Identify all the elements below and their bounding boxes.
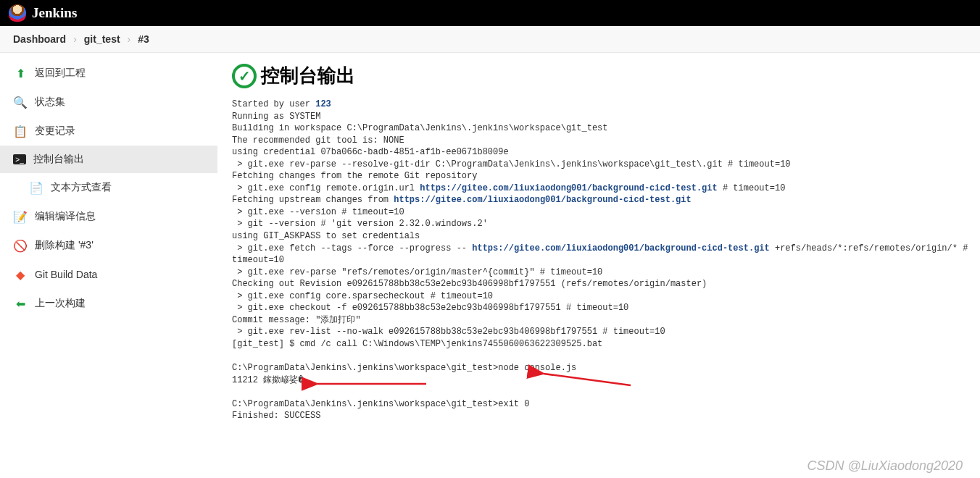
success-check-icon: ✓ [232, 64, 257, 88]
sidebar-item-label: Git Build Data [35, 269, 97, 280]
sidebar-item-edit-build-info[interactable]: 📝 编辑编译信息 [0, 202, 217, 231]
chevron-right-icon: › [73, 33, 77, 45]
git-url-link[interactable]: https://gitee.com/liuxiaodong001/backgro… [394, 195, 691, 205]
content-area: ✓ 控制台输出 Started by user 123 Running as S… [217, 53, 980, 422]
breadcrumb-build[interactable]: #3 [138, 33, 149, 45]
sidebar-item-label: 删除构建 '#3' [35, 239, 94, 252]
top-header: Jenkins [0, 0, 980, 26]
sidebar-item-label: 状态集 [35, 96, 65, 109]
page-heading: 控制台输出 [261, 63, 355, 88]
product-name: Jenkins [32, 5, 77, 21]
breadcrumb-dashboard[interactable]: Dashboard [13, 33, 66, 45]
git-icon: ◆ [13, 267, 28, 282]
git-url-link[interactable]: https://gitee.com/liuxiaodong001/backgro… [420, 183, 717, 193]
jenkins-butler-icon [9, 4, 26, 22]
arrow-left-icon: ⬅ [13, 296, 28, 311]
breadcrumb: Dashboard › git_test › #3 [0, 26, 980, 53]
sidebar-item-console-output[interactable]: >_ 控制台输出 [0, 146, 217, 173]
sidebar-item-changes[interactable]: 📋 变更记录 [0, 117, 217, 146]
sidebar-item-back-to-project[interactable]: ⬆ 返回到工程 [0, 59, 217, 88]
jenkins-logo[interactable]: Jenkins [9, 4, 77, 22]
sidebar-item-label: 变更记录 [35, 125, 75, 138]
sidebar-item-view-as-text[interactable]: 📄 文本方式查看 [0, 173, 217, 202]
no-entry-icon: 🚫 [13, 238, 28, 253]
console-output: Started by user 123 Running as SYSTEM Bu… [232, 98, 980, 422]
magnifier-icon: 🔍 [13, 95, 28, 109]
arrow-up-icon: ⬆ [13, 66, 28, 80]
console-text: +refs/heads/*:refs/remotes/origin/* # ti… [232, 243, 973, 422]
sidebar-item-delete-build[interactable]: 🚫 删除构建 '#3' [0, 231, 217, 260]
sidebar-item-git-build-data[interactable]: ◆ Git Build Data [0, 260, 217, 289]
console-text: Started by user [232, 99, 315, 109]
sidebar-item-label: 编辑编译信息 [35, 210, 96, 223]
breadcrumb-job[interactable]: git_test [84, 33, 120, 45]
edit-icon: 📝 [13, 209, 28, 224]
user-link[interactable]: 123 [315, 99, 331, 109]
chevron-right-icon: › [128, 33, 131, 45]
sidebar-item-label: 控制台输出 [33, 153, 84, 166]
sidebar-item-previous-build[interactable]: ⬅ 上一次构建 [0, 289, 217, 318]
git-url-link[interactable]: https://gitee.com/liuxiaodong001/backgro… [472, 243, 769, 253]
sidebar-item-label: 返回到工程 [35, 67, 86, 80]
watermark-text: CSDN @LiuXiaodong2020 [807, 458, 963, 474]
terminal-icon: >_ [13, 154, 26, 164]
notepad-icon: 📋 [13, 124, 28, 138]
sidebar-item-label: 文本方式查看 [51, 181, 112, 194]
console-text: > git.exe --version # timeout=10 > git -… [232, 207, 488, 253]
page-title: ✓ 控制台输出 [232, 63, 980, 88]
console-text: Running as SYSTEM Building in workspace … [232, 112, 791, 193]
sidebar-item-status[interactable]: 🔍 状态集 [0, 88, 217, 117]
main-layout: ⬆ 返回到工程 🔍 状态集 📋 变更记录 >_ 控制台输出 📄 文本方式查看 📝… [0, 53, 980, 422]
sidebar: ⬆ 返回到工程 🔍 状态集 📋 变更记录 >_ 控制台输出 📄 文本方式查看 📝… [0, 53, 217, 422]
document-icon: 📄 [29, 180, 43, 195]
sidebar-item-label: 上一次构建 [35, 297, 86, 310]
